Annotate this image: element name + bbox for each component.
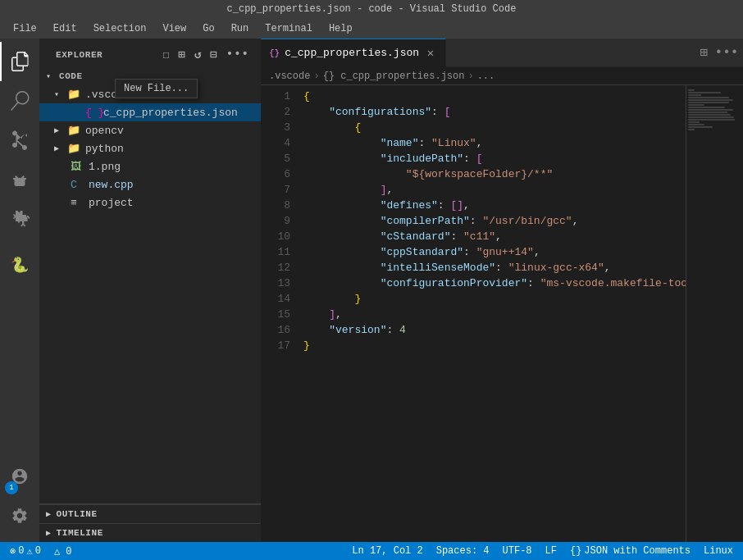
bottom-panels: ▶ OUTLINE ▶ TIMELINE — [39, 503, 261, 542]
refresh-icon[interactable]: ↺ — [193, 46, 203, 63]
minimap-content — [686, 85, 735, 134]
new-file-icon[interactable]: ☐ — [161, 46, 171, 63]
tab-close-button[interactable]: ✕ — [424, 47, 437, 60]
project-label: project — [89, 197, 134, 209]
timeline-section: ▶ TIMELINE — [39, 523, 261, 542]
line-ending-label: LF — [545, 545, 557, 557]
status-branch[interactable]: △ 0 — [51, 545, 75, 558]
breadcrumb-vscode[interactable]: .vscode — [269, 71, 310, 82]
sidebar: EXPLORER ☐ ⊞ ↺ ⊟ ••• ▾ CODE ▾ 📁 .vscode — [39, 39, 261, 542]
main-container: 🐍 1 EXPLORER ☐ ⊞ ↺ ⊟ ••• — [0, 39, 743, 542]
status-right: Ln 17, Col 2 Spaces: 4 UTF-8 LF {} JSON … — [349, 545, 736, 557]
timeline-header[interactable]: ▶ TIMELINE — [39, 524, 261, 542]
code-line-7: ], — [303, 182, 686, 198]
status-spaces[interactable]: Spaces: 4 — [433, 545, 493, 557]
sidebar-header-icons: ☐ ⊞ ↺ ⊟ ••• — [161, 46, 251, 63]
line-numbers: 1234 5678 9101112 13141516 17 — [261, 85, 297, 542]
notification-badge: 1 — [5, 481, 18, 494]
activity-source-control[interactable] — [0, 121, 39, 160]
python-label: python — [85, 143, 124, 155]
more-editor-actions-button[interactable]: ••• — [717, 43, 736, 62]
error-icon: ⊗ — [10, 545, 16, 558]
code-line-6: "${workspaceFolder}/**" — [303, 166, 686, 182]
explorer-tree: ▾ CODE ▾ 📁 .vscode { } c_cpp_properties.… — [39, 67, 261, 503]
opencv-arrow: ▶ — [54, 125, 67, 135]
menu-edit[interactable]: Edit — [47, 21, 84, 36]
code-line-8: "defines": [], — [303, 198, 686, 213]
breadcrumb: .vscode › {} c_cpp_properties.json › ... — [261, 67, 743, 85]
more-actions-icon[interactable]: ••• — [225, 46, 251, 63]
sidebar-item-vscode[interactable]: ▾ 📁 .vscode — [39, 85, 261, 103]
activity-settings[interactable] — [0, 496, 39, 535]
activity-search[interactable] — [0, 81, 39, 121]
python-arrow: ▶ — [54, 143, 67, 153]
menu-run[interactable]: Run — [225, 21, 256, 36]
section-arrow: ▾ — [46, 71, 59, 81]
status-language[interactable]: {} JSON with Comments — [567, 545, 694, 557]
sidebar-item-opencv[interactable]: ▶ 📁 opencv — [39, 121, 261, 139]
collapse-icon[interactable]: ⊟ — [208, 46, 219, 63]
explorer-code-section[interactable]: ▾ CODE — [39, 67, 261, 85]
folder-icon: 📁 — [67, 88, 82, 101]
menu-file[interactable]: File — [7, 21, 43, 36]
warning-icon: ⚠ — [26, 545, 32, 558]
outline-section: ▶ OUTLINE — [39, 504, 261, 523]
warning-count: 0 — [35, 545, 41, 557]
tab-label: c_cpp_properties.json — [285, 47, 419, 59]
sidebar-item-c-cpp-properties[interactable]: { } c_cpp_properties.json — [39, 103, 261, 121]
language-icon: {} — [570, 545, 581, 557]
code-line-2: "configurations": [ — [303, 104, 686, 120]
menu-view[interactable]: View — [156, 21, 193, 36]
tab-bar: {} c_cpp_properties.json ✕ ⊞ ••• — [261, 39, 743, 67]
code-content[interactable]: { "configurations": [ { "name": "Linux",… — [297, 85, 686, 542]
png-label: 1.png — [89, 161, 121, 173]
activity-debug[interactable] — [0, 160, 39, 199]
cpp-file-icon: C — [71, 179, 85, 191]
code-line-1: { — [303, 89, 686, 104]
activity-python[interactable]: 🐍 — [0, 245, 39, 285]
code-line-14: } — [303, 291, 686, 307]
code-line-3: { — [303, 120, 686, 135]
code-line-15: ], — [303, 307, 686, 322]
menu-help[interactable]: Help — [322, 21, 359, 36]
encoding-label: UTF-8 — [503, 545, 532, 557]
status-errors[interactable]: ⊗ 0 ⚠ 0 — [7, 545, 44, 558]
code-line-10: "cStandard": "c11", — [303, 229, 686, 244]
new-folder-icon[interactable]: ⊞ — [176, 46, 187, 63]
editor-scrollbar[interactable] — [735, 85, 743, 542]
breadcrumb-ellipsis[interactable]: ... — [477, 71, 495, 82]
activity-explorer[interactable] — [0, 42, 39, 81]
status-line-ending[interactable]: LF — [542, 545, 560, 557]
c-cpp-label: c_cpp_properties.json — [103, 107, 238, 119]
code-line-17: } — [303, 338, 686, 353]
status-position[interactable]: Ln 17, Col 2 — [349, 545, 426, 557]
code-line-12: "intelliSenseMode": "linux-gcc-x64", — [303, 260, 686, 275]
outline-label: OUTLINE — [57, 509, 98, 519]
split-editor-button[interactable]: ⊞ — [694, 43, 713, 62]
image-file-icon: 🖼 — [71, 161, 85, 173]
menu-go[interactable]: Go — [196, 21, 221, 36]
tab-bar-actions: ⊞ ••• — [694, 43, 743, 62]
code-line-11: "cppStandard": "gnu++14", — [303, 244, 686, 260]
cpp-label: new.cpp — [89, 179, 134, 191]
outline-header[interactable]: ▶ OUTLINE — [39, 505, 261, 523]
menu-terminal[interactable]: Terminal — [258, 21, 319, 36]
activity-bar: 🐍 1 — [0, 39, 39, 542]
code-line-16: "version": 4 — [303, 322, 686, 338]
breadcrumb-file[interactable]: {} c_cpp_properties.json — [323, 71, 465, 82]
tab-c-cpp-properties[interactable]: {} c_cpp_properties.json ✕ — [261, 39, 446, 67]
sidebar-item-1png[interactable]: 🖼 1.png — [39, 157, 261, 175]
menu-selection[interactable]: Selection — [87, 21, 153, 36]
sidebar-item-newcpp[interactable]: C new.cpp — [39, 175, 261, 193]
status-encoding[interactable]: UTF-8 — [499, 545, 536, 557]
minimap — [686, 85, 735, 542]
sidebar-item-python[interactable]: ▶ 📁 python — [39, 139, 261, 157]
sidebar-item-project[interactable]: ≡ project — [39, 193, 261, 212]
opencv-label: opencv — [85, 125, 124, 137]
status-bar: ⊗ 0 ⚠ 0 △ 0 Ln 17, Col 2 Spaces: 4 UTF-8… — [0, 542, 743, 560]
editor-area: {} c_cpp_properties.json ✕ ⊞ ••• .vscode… — [261, 39, 743, 542]
activity-extensions[interactable] — [0, 199, 39, 239]
status-platform[interactable]: Linux — [700, 545, 736, 557]
python-folder-icon: 📁 — [67, 142, 82, 155]
vscode-arrow: ▾ — [54, 89, 67, 99]
